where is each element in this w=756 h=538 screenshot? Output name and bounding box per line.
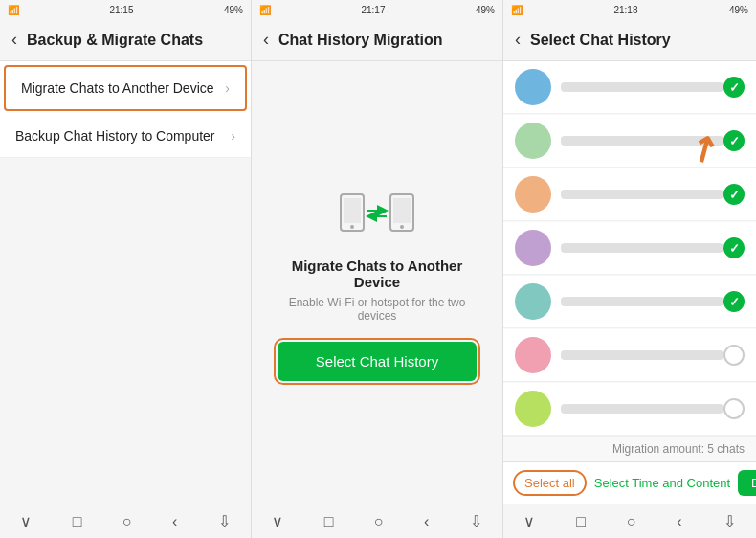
migration-subtitle: Enable Wi-Fi or hotspot for the two devi… (271, 296, 483, 323)
chat-item-4[interactable] (503, 222, 756, 275)
avatar-3 (515, 176, 551, 213)
chat-item-2[interactable] (503, 115, 756, 168)
chat-item-3[interactable] (503, 168, 756, 221)
panel-chat-migration: 📶 21:17 49% ‹ Chat History Migration (252, 0, 503, 538)
back-button-1[interactable]: ‹ (11, 30, 17, 50)
battery-1: 49% (224, 5, 243, 15)
menu-list: Migrate Chats to Another Device › Backup… (0, 61, 251, 158)
nav-down-2[interactable]: ∨ (272, 512, 283, 530)
select-chat-history-button[interactable]: Select Chat History (278, 342, 477, 381)
avatar-4 (515, 230, 551, 266)
nav-bar-3: ∨ □ ○ ‹ ⇩ (503, 504, 756, 538)
back-button-2[interactable]: ‹ (263, 30, 269, 50)
select-chat-history-wrapper: Select Chat History (278, 342, 477, 381)
nav-upload-3[interactable]: ⇩ (723, 512, 736, 530)
migration-amount-label: Migration amount: 5 chats (503, 436, 756, 461)
check-icon-1[interactable] (723, 77, 745, 98)
chat-item-1[interactable] (503, 61, 756, 114)
status-bar-1: 📶 21:15 49% (0, 0, 251, 19)
svg-rect-4 (393, 198, 411, 223)
status-bar-2: 📶 21:17 49% (252, 0, 502, 19)
title-1: Backup & Migrate Chats (27, 32, 203, 49)
avatar-7 (515, 391, 551, 427)
chat-name-3 (561, 190, 723, 199)
nav-bar-2: ∨ □ ○ ‹ ⇩ (252, 504, 502, 538)
chevron-backup-icon: › (231, 128, 235, 144)
status-bar-3: 📶 21:18 49% (503, 0, 756, 19)
chat-name-2 (561, 136, 723, 146)
signal-icon-2: 📶 (259, 5, 271, 15)
avatar-2 (515, 123, 551, 159)
nav-circle-3[interactable]: ○ (627, 513, 636, 530)
svg-point-5 (400, 225, 404, 229)
check-icon-2[interactable] (723, 130, 745, 151)
chat-item-7[interactable] (503, 383, 756, 436)
avatar-1 (515, 69, 551, 105)
chat-name-1 (561, 82, 723, 92)
chevron-migrate-icon: › (225, 80, 230, 96)
migration-content: Migrate Chats to Another Device Enable W… (252, 61, 502, 504)
signal-icon: 📶 (8, 5, 19, 15)
nav-back-2[interactable]: ‹ (424, 513, 429, 530)
check-icon-6[interactable] (723, 345, 745, 366)
avatar-5 (515, 283, 551, 320)
chat-item-6[interactable] (503, 329, 756, 382)
nav-back-1[interactable]: ‹ (172, 513, 177, 530)
menu-item-migrate[interactable]: Migrate Chats to Another Device › (4, 65, 247, 111)
check-icon-4[interactable] (723, 237, 745, 258)
menu-item-migrate-label: Migrate Chats to Another Device (21, 80, 214, 96)
title-2: Chat History Migration (278, 32, 443, 49)
chat-name-5 (561, 297, 723, 306)
check-icon-3[interactable] (723, 184, 745, 205)
chat-item-5[interactable] (503, 276, 756, 328)
back-button-3[interactable]: ‹ (515, 30, 521, 50)
bottom-actions-bar: Select all Select Time and Content Done (503, 461, 756, 504)
svg-rect-1 (344, 198, 361, 223)
chat-list (503, 61, 756, 436)
check-icon-5[interactable] (723, 291, 745, 312)
select-all-button[interactable]: Select all (513, 470, 587, 496)
menu-item-backup-label: Backup Chat History to Computer (15, 128, 215, 144)
select-time-content-button[interactable]: Select Time and Content (594, 476, 730, 490)
signal-icon-3: 📶 (511, 5, 523, 15)
panel-backup-migrate: 📶 21:15 49% ‹ Backup & Migrate Chats Mig… (0, 0, 252, 538)
nav-circle-2[interactable]: ○ (374, 513, 384, 530)
panel-select-chat-history: 📶 21:18 49% ‹ Select Chat History (503, 0, 756, 538)
menu-item-backup[interactable]: Backup Chat History to Computer › (0, 115, 251, 158)
title-3: Select Chat History (530, 32, 671, 49)
done-button[interactable]: Done (738, 470, 756, 496)
header-1: ‹ Backup & Migrate Chats (0, 19, 251, 61)
nav-down-1[interactable]: ∨ (20, 512, 32, 530)
header-3: ‹ Select Chat History (503, 19, 756, 61)
battery-2: 49% (476, 5, 495, 15)
chat-name-7 (561, 404, 723, 414)
time-2: 21:17 (361, 5, 385, 15)
migration-devices-icon (339, 185, 415, 242)
chat-name-4 (561, 243, 723, 253)
chat-name-6 (561, 350, 723, 360)
time-1: 21:15 (109, 5, 133, 15)
nav-upload-2[interactable]: ⇩ (470, 512, 482, 530)
nav-upload-1[interactable]: ⇩ (218, 512, 231, 530)
svg-point-2 (350, 225, 354, 229)
check-icon-7[interactable] (723, 398, 745, 419)
nav-bar-1: ∨ □ ○ ‹ ⇩ (0, 504, 251, 538)
nav-square-3[interactable]: □ (576, 513, 586, 530)
nav-square-1[interactable]: □ (73, 513, 82, 530)
battery-3: 49% (729, 5, 748, 15)
header-2: ‹ Chat History Migration (252, 19, 502, 61)
nav-square-2[interactable]: □ (324, 513, 334, 530)
migration-title: Migrate Chats to Another Device (271, 258, 483, 290)
nav-circle-1[interactable]: ○ (122, 513, 132, 530)
nav-back-3[interactable]: ‹ (677, 513, 681, 530)
nav-down-3[interactable]: ∨ (523, 512, 535, 530)
time-3: 21:18 (613, 5, 637, 15)
avatar-6 (515, 337, 551, 373)
